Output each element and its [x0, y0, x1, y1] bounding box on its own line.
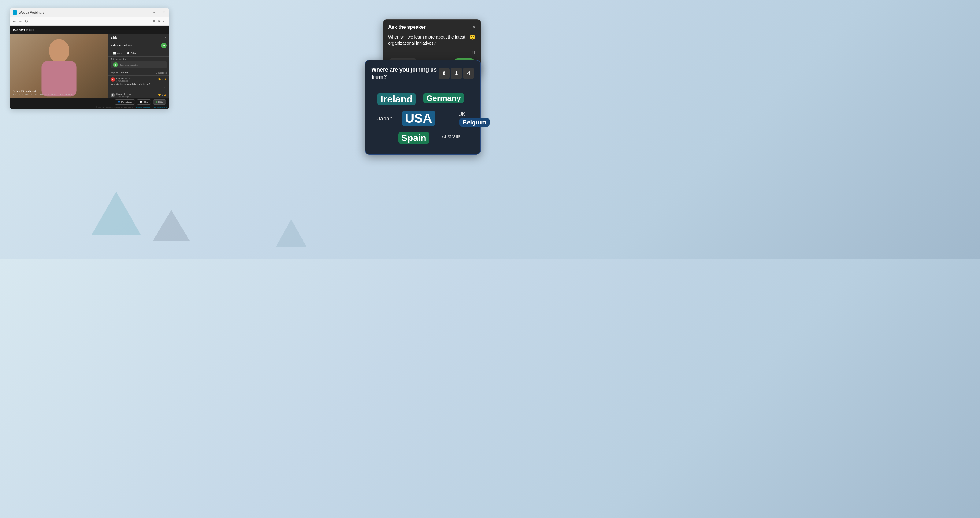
- question-header: C Clarissa Smith 1 minute ago 👎 0 👍: [111, 77, 167, 82]
- question-user-info: Clarissa Smith 1 minute ago: [116, 77, 131, 82]
- question-avatar-2: D: [111, 93, 115, 97]
- slido-button[interactable]: S Slido: [153, 99, 166, 105]
- video-info-overlay: Sales Broadcast Nov 3 2:15 PM – 3:15 PM …: [13, 90, 73, 95]
- word-cloud-card: Where are you joining us from? 8 1 4 Ire…: [364, 60, 481, 155]
- back-button[interactable]: ←: [13, 19, 16, 24]
- chat-button[interactable]: 💬 Chat: [137, 99, 151, 105]
- ask-speaker-card-header: Ask the speaker ×: [388, 24, 476, 30]
- participant-button[interactable]: 👤 Participant: [115, 99, 135, 105]
- question-more-1[interactable]: ⋯: [111, 86, 167, 89]
- question-input-placeholder: Type your question: [119, 64, 139, 66]
- webex-main: Sales Broadcast Nov 3 2:15 PM – 3:15 PM …: [10, 34, 169, 98]
- input-user-avatar: B: [113, 62, 118, 67]
- bg-decoration-3: [276, 219, 307, 247]
- question-votes-1: 👎 0 👍: [158, 78, 167, 81]
- forward-button[interactable]: →: [19, 19, 22, 24]
- video-area: Sales Broadcast Nov 3 2:15 PM – 3:15 PM …: [10, 34, 108, 98]
- ask-speaker-body: When will we learn more about the latest…: [388, 34, 476, 46]
- question-username-1: Clarissa Smith: [116, 77, 131, 80]
- edit-icon[interactable]: ✏: [158, 19, 161, 24]
- more-icon[interactable]: ⋯: [163, 19, 167, 24]
- slido-panel: Slido × Sales Broadcast B 📊 Polls 💬 Q&A: [108, 34, 169, 98]
- questions-count: 2 questions: [156, 72, 167, 74]
- slido-label: Slido: [158, 101, 163, 103]
- question-user-info: Darren Owens 2 minutes ago: [116, 93, 131, 97]
- ask-speaker-question-text: When will we learn more about the latest…: [388, 34, 466, 46]
- question-time-2: 2 minutes ago: [116, 95, 131, 97]
- slido-broadcast-name: Sales Broadcast: [111, 44, 132, 47]
- word-cloud-header: Where are you joining us from? 8 1 4: [371, 66, 474, 81]
- question-text-1: When is the expected date of release?: [111, 83, 167, 86]
- vote-up-icon[interactable]: 👍: [164, 94, 167, 96]
- counter-1: 1: [451, 68, 462, 79]
- slido-title: Slido: [111, 36, 118, 39]
- webex-bottom-bar: 👤 Participant 💬 Chat S Slido: [10, 98, 169, 106]
- qa-label: Q&A: [130, 52, 136, 54]
- participant-label: Participant: [121, 101, 132, 103]
- emoji-picker-icon[interactable]: 🙂: [469, 34, 476, 40]
- vote-count-1: 0: [162, 79, 163, 81]
- bg-decoration-1: [92, 192, 141, 235]
- vote-count-2: 0: [162, 94, 163, 96]
- speaker-video: [10, 34, 108, 98]
- restore-button[interactable]: □: [158, 11, 162, 14]
- question-user: D Darren Owens 2 minutes ago: [111, 93, 131, 97]
- filter-tabs: Popular Recent: [111, 71, 129, 74]
- nav-icons: ≡ ✏ ⋯: [153, 19, 167, 24]
- video-subtitle: Nov 3 2:15 PM – 3:15 PM · Host: Sofia Go…: [13, 93, 73, 95]
- privacy-statement-link[interactable]: Privacy Statement: [137, 106, 150, 108]
- webex-content: webex by cisco Sales Broadcast Nov 3 2:1…: [10, 26, 169, 109]
- slido-user-avatar: B: [161, 43, 167, 48]
- polls-label: Polls: [117, 52, 122, 55]
- reload-button[interactable]: ↻: [25, 19, 28, 24]
- close-button[interactable]: ×: [163, 11, 167, 14]
- word-item[interactable]: Ireland: [377, 93, 416, 105]
- minimize-button[interactable]: −: [153, 11, 157, 14]
- slido-name-row: Sales Broadcast B: [108, 41, 169, 50]
- browser-window: Webex Webinars + − □ × ← → ↻ ≡ ✏ ⋯ webex…: [10, 8, 169, 109]
- ask-speaker-title: Ask the speaker: [388, 24, 426, 30]
- vote-up-icon[interactable]: 👍: [164, 78, 167, 81]
- question-username-2: Darren Owens: [116, 93, 131, 95]
- word-item[interactable]: UK: [458, 112, 465, 117]
- question-item: C Clarissa Smith 1 minute ago 👎 0 👍: [108, 75, 169, 91]
- ask-speaker-close-button[interactable]: ×: [473, 24, 476, 30]
- vote-down-icon[interactable]: 👎: [158, 78, 161, 81]
- question-item: D Darren Owens 2 minutes ago 👎 0 👍: [108, 91, 169, 98]
- browser-favicon: [13, 10, 17, 15]
- word-item[interactable]: Belgium: [460, 118, 490, 127]
- menu-icon[interactable]: ≡: [153, 19, 155, 24]
- question-user: C Clarissa Smith 1 minute ago: [111, 77, 131, 82]
- vote-down-icon[interactable]: 👎: [158, 94, 161, 96]
- bg-decoration-2: [153, 210, 189, 241]
- webex-logo-sub: by cisco: [26, 29, 33, 31]
- webex-logo: webex by cisco: [13, 27, 33, 32]
- char-count: 91: [388, 51, 476, 55]
- terms-of-service-link[interactable]: Terms of Service: [154, 106, 167, 108]
- footer-copyright: © 2022 Cisco and/or its affiliates. All …: [96, 106, 135, 108]
- word-item[interactable]: Japan: [377, 116, 393, 121]
- question-input-row[interactable]: B Type your question: [111, 61, 167, 68]
- video-title: Sales Broadcast: [13, 90, 73, 93]
- word-item[interactable]: Spain: [398, 132, 430, 144]
- word-item[interactable]: Germany: [423, 93, 464, 103]
- tab-polls[interactable]: 📊 Polls: [111, 50, 124, 56]
- video-feed: [10, 34, 108, 98]
- window-controls: − □ ×: [153, 11, 167, 14]
- slido-close-button[interactable]: ×: [165, 36, 167, 39]
- question-header: D Darren Owens 2 minutes ago 👎 0 👍: [111, 93, 167, 97]
- chat-icon: 💬: [140, 101, 143, 103]
- word-item[interactable]: Australia: [442, 134, 461, 139]
- word-item[interactable]: USA: [402, 111, 435, 126]
- filter-popular[interactable]: Popular: [111, 71, 119, 74]
- chat-label: Chat: [143, 101, 148, 103]
- new-tab-button[interactable]: +: [147, 10, 153, 16]
- browser-navbar: ← → ↻ ≡ ✏ ⋯: [10, 17, 169, 26]
- browser-tab-title: Webex Webinars: [19, 11, 145, 14]
- word-cloud-title: Where are you joining us from?: [371, 66, 439, 81]
- slido-icon: S: [156, 101, 157, 103]
- filter-recent[interactable]: Recent: [121, 71, 129, 74]
- tab-qa[interactable]: 💬 Q&A: [124, 50, 138, 56]
- slido-tabs: 📊 Polls 💬 Q&A: [108, 50, 169, 57]
- browser-titlebar: Webex Webinars + − □ ×: [10, 8, 169, 17]
